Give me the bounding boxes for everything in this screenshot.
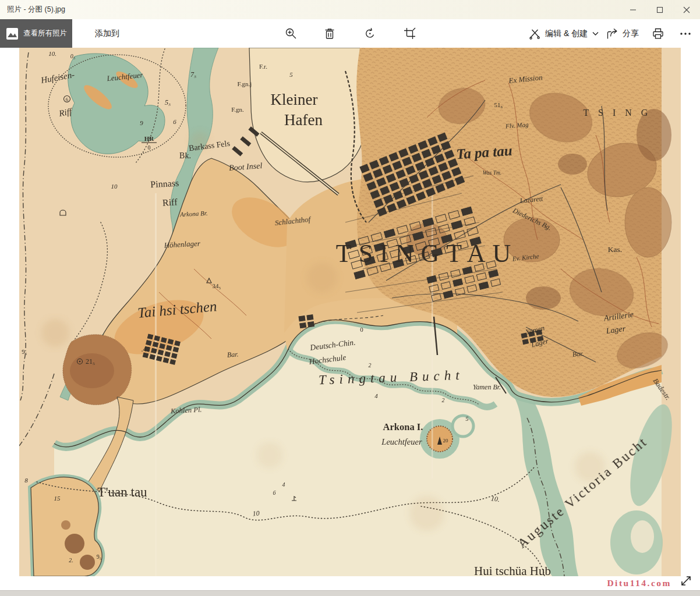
trash-icon — [324, 27, 335, 40]
add-to-label: 添加到 — [95, 29, 119, 39]
map-label: 10 — [252, 509, 260, 518]
delete-button[interactable] — [317, 19, 342, 48]
map-image[interactable]: 10.0₅Hufeisen-RiffLeuchtfeuer7₅F.r.F.gn.… — [19, 48, 681, 576]
tuan-hill-2 — [80, 555, 95, 570]
map-label: 9₅ — [97, 554, 102, 560]
maximize-button[interactable] — [646, 0, 673, 19]
map-label: 10. — [490, 494, 500, 503]
avb-pale-hole — [631, 520, 654, 553]
map-label: 4 — [282, 481, 285, 488]
window-bottom-strip — [0, 590, 700, 596]
map-label: 9₅ — [22, 348, 27, 355]
map-label: 5 — [289, 71, 293, 78]
share-label: 分享 — [623, 29, 639, 39]
see-all-photos-label: 查看所有照片 — [23, 29, 67, 38]
close-button[interactable] — [673, 0, 700, 19]
share-icon — [606, 28, 618, 40]
map-label: 6 — [173, 118, 176, 125]
photo-viewer: 10.0₅Hufeisen-RiffLeuchtfeuer7₅F.r.F.gn.… — [0, 48, 700, 590]
add-to-button[interactable]: 添加到 — [79, 19, 119, 48]
map-label: 4 — [374, 392, 378, 399]
map-label: Leuchtfeuer — [381, 437, 422, 446]
zoom-in-icon — [285, 27, 297, 40]
map-label: Kas. — [608, 245, 622, 254]
map-label: 34₅ — [213, 282, 221, 289]
map-label: Kohlen Pl. — [170, 406, 202, 416]
map-label: 6 — [66, 97, 69, 102]
map-label: 5₅ — [165, 98, 171, 107]
map-label: 0 — [148, 144, 151, 151]
window-controls — [620, 0, 700, 19]
tuan-hill-1 — [65, 534, 84, 554]
map-label: 0 — [360, 326, 363, 333]
map-label: 2 — [369, 362, 372, 368]
rotate-button[interactable] — [357, 19, 383, 48]
toolbar: 查看所有照片 添加到 — [0, 19, 700, 48]
minimize-button[interactable] — [620, 0, 646, 19]
close-icon — [683, 6, 690, 13]
map-label: 51₆ — [494, 101, 503, 108]
map-label: Yamen Br. — [473, 383, 501, 391]
map-label: 9 — [140, 119, 143, 126]
map-label: F.gn.j — [238, 80, 252, 87]
map-label: 6 — [273, 489, 276, 496]
printer-icon — [652, 27, 664, 40]
tsingtau-map: 10.0₅Hufeisen-RiffLeuchtfeuer7₅F.r.F.gn.… — [19, 48, 681, 576]
map-label: Was Tm. — [483, 170, 501, 176]
map-label: T S I N G — [584, 108, 652, 118]
fullscreen-button[interactable] — [678, 574, 694, 589]
edit-create-label: 编辑 & 创建 — [545, 29, 588, 39]
print-button[interactable] — [645, 19, 671, 48]
edit-create-button[interactable]: 编辑 & 创建 — [529, 19, 599, 48]
watermark: Ditu114.com — [607, 578, 671, 588]
see-all-photos-button[interactable]: 查看所有照片 — [0, 19, 72, 48]
photos-app-window: 照片 - 分图 (5).jpg 查看所有照片 添加到 — [0, 0, 700, 596]
map-label: Arkona Br. — [179, 210, 208, 218]
map-label: Kleiner — [271, 91, 318, 108]
rotate-icon — [364, 27, 376, 40]
map-label: 7₅ — [190, 70, 196, 79]
map-label: Riff — [162, 197, 178, 207]
map-label: Bk. — [179, 151, 191, 160]
chevron-down-icon — [592, 31, 599, 36]
map-label: 10. — [48, 50, 56, 57]
map-label: Arkona I. — [383, 421, 423, 432]
map-label: 10 — [111, 183, 118, 190]
crop-icon — [404, 27, 416, 40]
window-title: 照片 - 分图 (5).jpg — [7, 5, 65, 15]
minimize-icon — [630, 6, 637, 13]
crop-button[interactable] — [397, 19, 422, 48]
map-label: .45 — [142, 345, 150, 353]
map-label: F.gn. — [231, 106, 244, 113]
map-label: 15 — [54, 495, 61, 502]
map-label: 2 — [442, 397, 445, 403]
map-label: F.r. — [259, 63, 267, 70]
map-label: HR — [144, 135, 155, 142]
map-label: 21₅ — [86, 357, 95, 366]
maximize-icon — [656, 6, 663, 13]
zoom-button[interactable] — [278, 19, 303, 48]
map-label: Bar. — [572, 349, 584, 359]
map-label: T'uan tau — [97, 485, 147, 499]
arkona-lagoon — [452, 416, 473, 437]
map-label: Pinnass — [150, 178, 179, 190]
map-label: 5 — [466, 416, 469, 422]
map-label: Hafen — [284, 111, 323, 129]
map-label: 8 — [24, 477, 28, 484]
map-label: 2. — [69, 557, 73, 563]
map-label: 20 — [443, 438, 449, 444]
ellipsis-icon — [680, 32, 691, 36]
map-label: 0₅ — [70, 53, 76, 59]
plus-icon — [79, 29, 90, 39]
titlebar: 照片 - 分图 (5).jpg — [0, 0, 700, 19]
map-label: Bar. — [227, 350, 239, 359]
share-button[interactable]: 分享 — [606, 19, 639, 48]
more-button[interactable] — [673, 19, 698, 48]
expand-arrows-icon — [679, 574, 693, 588]
tuan-hill-3 — [61, 520, 70, 530]
edit-create-icon — [529, 28, 540, 40]
map-label: Hui tschüa Hub — [474, 564, 551, 576]
map-label: TSINGTAU — [336, 239, 518, 268]
fold-crease-left — [155, 193, 157, 576]
photos-icon — [6, 27, 19, 40]
